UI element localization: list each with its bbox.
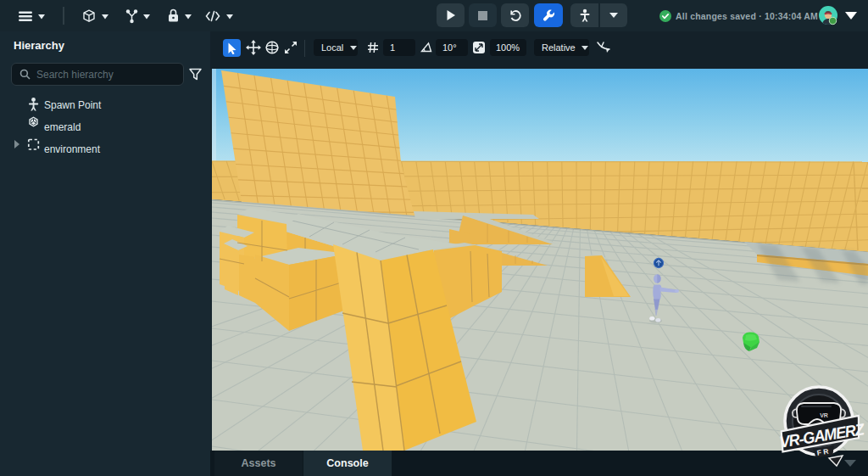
svg-text:Spawn Point: Spawn Point [44,99,102,111]
svg-text:VR: VR [820,412,828,418]
svg-text:emerald: emerald [44,121,81,133]
svg-text:environment: environment [44,143,101,155]
